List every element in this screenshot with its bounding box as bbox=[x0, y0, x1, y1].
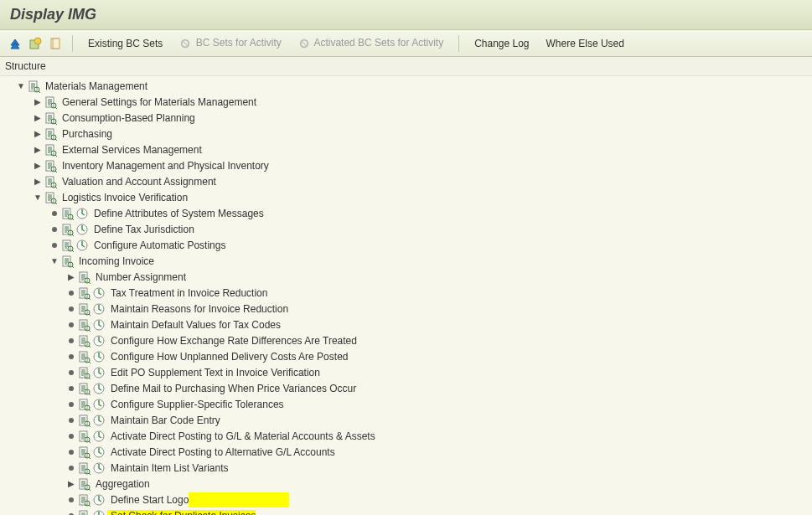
tree-row[interactable]: Configure Supplier-Specific Tolerances bbox=[0, 396, 812, 412]
tree-row[interactable]: Define Start Logo bbox=[0, 492, 812, 507]
img-activity-doc-icon[interactable] bbox=[77, 509, 91, 516]
execute-icon[interactable] bbox=[92, 382, 106, 395]
tree-node-label[interactable]: Incoming Invoice bbox=[75, 255, 154, 267]
tree-row[interactable]: ▶Consumption-Based Planning bbox=[0, 110, 812, 126]
tree-row[interactable]: Activate Direct Posting to G/L & Materia… bbox=[0, 428, 812, 444]
img-activity-doc-icon[interactable] bbox=[44, 143, 57, 157]
execute-icon[interactable] bbox=[92, 366, 106, 379]
change-log-button[interactable]: Change Log bbox=[469, 36, 534, 51]
tree-node-label[interactable]: General Settings for Materials Managemen… bbox=[59, 96, 256, 108]
existing-bc-sets-button[interactable]: Existing BC Sets bbox=[83, 36, 168, 51]
tree-row[interactable]: Maintain Default Values for Tax Codes bbox=[0, 317, 812, 332]
img-activity-doc-icon[interactable] bbox=[77, 286, 91, 300]
img-activity-doc-icon[interactable] bbox=[77, 414, 91, 427]
tree-node-label[interactable]: Set Check for Duplicate Invoices bbox=[107, 510, 256, 516]
tree-row[interactable]: Activate Direct Posting to Alternative G… bbox=[0, 444, 812, 460]
tree-row[interactable]: Configure Automatic Postings bbox=[0, 237, 812, 253]
tree-row[interactable]: Define Tax Jurisdiction bbox=[0, 221, 812, 237]
expand-icon[interactable]: ▶ bbox=[32, 128, 44, 140]
img-activity-doc-icon[interactable] bbox=[60, 239, 74, 252]
tree-row[interactable]: Configure How Unplanned Delivery Costs A… bbox=[0, 348, 812, 364]
tree-node-label[interactable]: Define Mail to Purchasing When Price Var… bbox=[107, 383, 356, 394]
tree-node-label[interactable]: Inventory Management and Physical Invent… bbox=[59, 160, 269, 172]
release-notes-icon[interactable] bbox=[49, 37, 62, 50]
img-activity-doc-icon[interactable] bbox=[44, 175, 57, 188]
tree-row[interactable]: Edit PO Supplement Text in Invoice Verif… bbox=[0, 364, 812, 380]
img-activity-doc-icon[interactable] bbox=[77, 445, 91, 459]
img-activity-doc-icon[interactable] bbox=[77, 398, 91, 411]
img-activity-doc-icon[interactable] bbox=[77, 382, 91, 395]
img-activity-doc-icon[interactable] bbox=[77, 430, 91, 443]
tree-node-label[interactable]: Maintain Bar Code Entry bbox=[107, 415, 220, 426]
activated-bc-sets-button[interactable]: Activated BC Sets for Activity bbox=[293, 35, 448, 51]
execute-icon[interactable] bbox=[92, 509, 106, 516]
execute-icon[interactable] bbox=[92, 318, 106, 332]
expand-favorites-icon[interactable] bbox=[8, 37, 22, 50]
tree-node-label[interactable]: Edit PO Supplement Text in Invoice Verif… bbox=[107, 367, 320, 379]
add-favorites-icon[interactable] bbox=[28, 37, 42, 50]
img-activity-doc-icon[interactable] bbox=[77, 493, 91, 507]
tree-node-label[interactable]: Activate Direct Posting to G/L & Materia… bbox=[107, 430, 375, 442]
img-activity-doc-icon[interactable] bbox=[44, 111, 57, 125]
tree-row[interactable]: ▶Inventory Management and Physical Inven… bbox=[0, 157, 812, 173]
tree-node-label[interactable]: External Services Management bbox=[59, 144, 202, 156]
tree-node-label[interactable]: Materials Management bbox=[42, 80, 147, 92]
collapse-icon[interactable]: ▼ bbox=[15, 80, 27, 92]
tree-node-label[interactable]: Activate Direct Posting to Alternative G… bbox=[107, 446, 335, 458]
tree-row[interactable]: Set Check for Duplicate Invoices bbox=[0, 507, 812, 515]
img-activity-doc-icon[interactable] bbox=[44, 95, 57, 109]
tree-row[interactable]: ▶Number Assignment bbox=[0, 269, 812, 285]
tree-node-label[interactable]: Logistics Invoice Verification bbox=[59, 192, 188, 203]
tree-node-label[interactable]: Define Attributes of System Messages bbox=[91, 208, 264, 219]
img-activity-doc-icon[interactable] bbox=[77, 270, 91, 284]
execute-icon[interactable] bbox=[92, 334, 106, 348]
tree-row[interactable]: Define Attributes of System Messages bbox=[0, 205, 812, 221]
img-activity-doc-icon[interactable] bbox=[77, 350, 91, 363]
tree-node-label[interactable]: Maintain Default Values for Tax Codes bbox=[107, 319, 281, 331]
tree-node-label[interactable]: Maintain Item List Variants bbox=[107, 462, 229, 474]
tree-row[interactable]: Maintain Bar Code Entry bbox=[0, 412, 812, 428]
expand-icon[interactable]: ▶ bbox=[32, 160, 44, 172]
tree-row[interactable]: Tax Treatment in Invoice Reduction bbox=[0, 285, 812, 301]
tree-row[interactable]: Maintain Reasons for Invoice Reduction bbox=[0, 301, 812, 317]
tree-node-label[interactable]: Tax Treatment in Invoice Reduction bbox=[107, 287, 267, 299]
tree-row[interactable]: ▶Valuation and Account Assignment bbox=[0, 173, 812, 189]
execute-icon[interactable] bbox=[92, 414, 106, 427]
img-activity-doc-icon[interactable] bbox=[77, 477, 91, 491]
tree-row[interactable]: ▶Purchasing bbox=[0, 126, 812, 142]
execute-icon[interactable] bbox=[75, 207, 89, 220]
execute-icon[interactable] bbox=[92, 302, 106, 316]
img-activity-doc-icon[interactable] bbox=[60, 223, 74, 236]
execute-icon[interactable] bbox=[92, 350, 106, 363]
img-activity-doc-icon[interactable] bbox=[27, 80, 40, 93]
img-activity-doc-icon[interactable] bbox=[60, 207, 74, 220]
tree-row[interactable]: ▼Incoming Invoice bbox=[0, 253, 812, 269]
tree-node-label[interactable]: Consumption-Based Planning bbox=[59, 112, 195, 124]
tree-node-label[interactable]: Configure Supplier-Specific Tolerances bbox=[107, 399, 284, 410]
tree-row[interactable]: Define Mail to Purchasing When Price Var… bbox=[0, 380, 812, 396]
tree-node-label[interactable]: Configure How Unplanned Delivery Costs A… bbox=[107, 351, 348, 363]
tree-row[interactable]: ▶Aggregation bbox=[0, 476, 812, 492]
tree-row[interactable]: ▶External Services Management bbox=[0, 142, 812, 157]
tree-node-label[interactable]: Purchasing bbox=[59, 128, 112, 140]
execute-icon[interactable] bbox=[75, 223, 89, 236]
tree-row[interactable]: ▼Materials Management bbox=[0, 78, 812, 94]
execute-icon[interactable] bbox=[75, 239, 89, 252]
img-activity-doc-icon[interactable] bbox=[44, 127, 57, 141]
execute-icon[interactable] bbox=[92, 398, 106, 411]
expand-icon[interactable]: ▶ bbox=[65, 271, 77, 283]
tree-node-label[interactable]: Define Tax Jurisdiction bbox=[91, 224, 194, 235]
execute-icon[interactable] bbox=[92, 445, 106, 459]
execute-icon[interactable] bbox=[92, 493, 106, 507]
execute-icon[interactable] bbox=[92, 430, 106, 443]
execute-icon[interactable] bbox=[92, 461, 106, 475]
img-activity-doc-icon[interactable] bbox=[77, 366, 91, 379]
tree-node-label[interactable]: Configure How Exchange Rate Differences … bbox=[107, 335, 357, 347]
bc-sets-for-activity-button[interactable]: BC Sets for Activity bbox=[174, 35, 286, 51]
tree-node-label[interactable]: Define Start Logo bbox=[107, 494, 189, 506]
img-activity-doc-icon[interactable] bbox=[77, 318, 91, 332]
tree-node-label[interactable]: Configure Automatic Postings bbox=[91, 239, 225, 251]
img-activity-doc-icon[interactable] bbox=[77, 334, 91, 348]
img-activity-doc-icon[interactable] bbox=[77, 302, 91, 316]
tree-node-label[interactable]: Aggregation bbox=[92, 478, 150, 490]
